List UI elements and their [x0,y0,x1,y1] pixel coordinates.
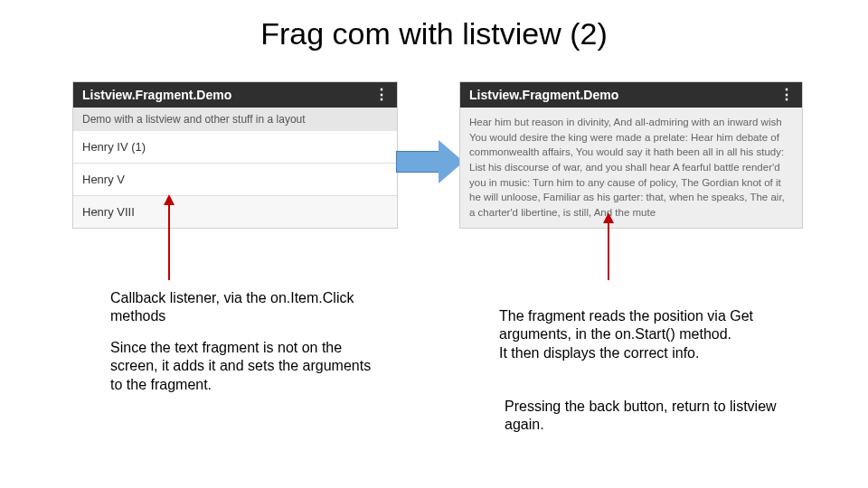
list-item: Henry V [73,164,397,196]
appbar-right: Listview.Fragment.Demo ⋮ [460,82,802,108]
phone-left-screenshot: Listview.Fragment.Demo ⋮ Demo with a lis… [72,81,398,229]
slide: Frag com with listview (2) Listview.Frag… [0,0,868,488]
caption-right-1: The fragment reads the position via Get … [499,307,797,362]
arrow-up-icon [168,203,170,280]
caption-left: Callback listener, via the on.Item.Click… [110,289,382,394]
appbar-left: Listview.Fragment.Demo ⋮ [73,82,397,108]
arrow-up-icon [608,221,609,280]
appbar-title: Listview.Fragment.Demo [469,88,618,102]
appbar-title: Listview.Fragment.Demo [82,88,231,102]
caption-right-2: Pressing the back button, return to list… [505,398,803,435]
phone-right-screenshot: Listview.Fragment.Demo ⋮ Hear him but re… [459,81,803,229]
list-item: Henry VIII [73,196,397,228]
overflow-menu-icon: ⋮ [779,90,793,99]
list-subtitle: Demo with a listview and other stuff in … [73,108,397,131]
caption-paragraph: Callback listener, via the on.Item.Click… [110,289,382,326]
overflow-menu-icon: ⋮ [374,90,388,99]
caption-paragraph: Since the text fragment is not on the sc… [110,339,382,394]
detail-text: Hear him but reason in divinity, And all… [460,108,802,228]
slide-title: Frag com with listview (2) [0,16,868,52]
list-item: Henry IV (1) [73,131,397,164]
arrow-right-icon [396,140,468,183]
